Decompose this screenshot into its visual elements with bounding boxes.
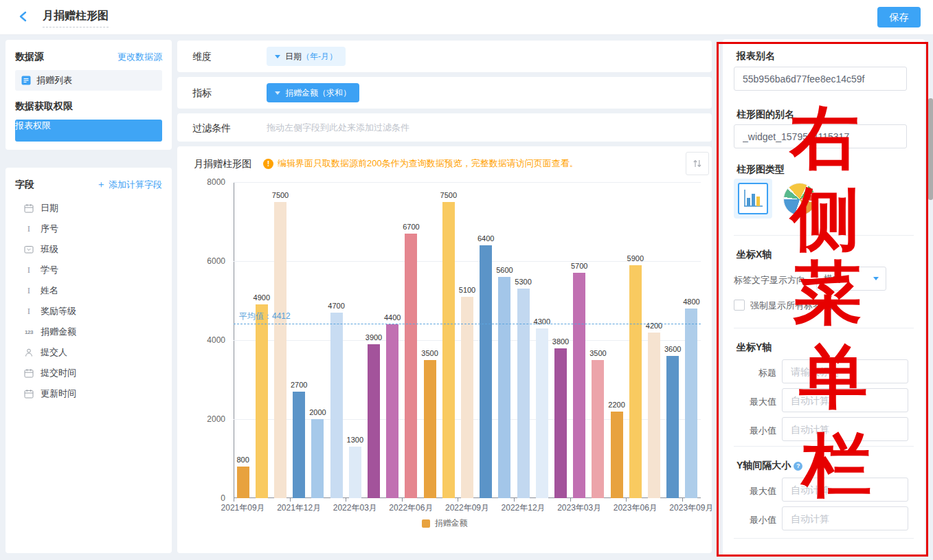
x-tick-mark bbox=[458, 498, 458, 502]
bar[interactable] bbox=[536, 328, 548, 498]
divider bbox=[734, 538, 914, 539]
field-label: 日期 bbox=[41, 202, 58, 214]
divider bbox=[734, 328, 914, 328]
bar[interactable] bbox=[611, 412, 623, 499]
calendar-icon bbox=[23, 368, 34, 379]
filter-dropzone[interactable]: 拖动左侧字段到此处来添加过滤条件 bbox=[267, 113, 409, 142]
bar[interactable] bbox=[237, 467, 249, 498]
help-icon[interactable]: ? bbox=[824, 302, 833, 311]
dimension-pill[interactable]: 日期 （年-月） bbox=[267, 47, 346, 66]
field-item[interactable]: I奖励等级 bbox=[15, 301, 162, 322]
y-title-input[interactable] bbox=[782, 359, 908, 383]
field-item[interactable]: 提交人 bbox=[15, 342, 162, 363]
force-show-labels-checkbox[interactable] bbox=[734, 300, 745, 311]
field-label: 序号 bbox=[41, 223, 58, 235]
bar[interactable] bbox=[311, 419, 324, 498]
help-icon[interactable]: ? bbox=[794, 462, 802, 471]
field-item[interactable]: I学号 bbox=[15, 260, 162, 280]
page-title[interactable]: 月捐赠柱形图 bbox=[43, 9, 109, 27]
bar[interactable] bbox=[629, 265, 642, 498]
top-bar: 月捐赠柱形图 保存 bbox=[0, 0, 933, 35]
add-calc-field-link[interactable]: ＋ 添加计算字段 bbox=[96, 179, 162, 191]
field-item[interactable]: 班级 bbox=[15, 239, 162, 260]
text-icon: I bbox=[23, 223, 34, 234]
bar[interactable] bbox=[480, 245, 492, 498]
report-permission-button[interactable]: 报表权限 bbox=[15, 120, 162, 142]
sort-button[interactable] bbox=[686, 152, 709, 175]
bar[interactable] bbox=[274, 202, 286, 498]
bar[interactable] bbox=[405, 234, 417, 498]
field-item[interactable]: 123捐赠金额 bbox=[15, 322, 162, 342]
pie-chart-icon[interactable] bbox=[783, 183, 816, 216]
bar[interactable] bbox=[461, 297, 473, 498]
bar-value-label: 6700 bbox=[403, 223, 419, 231]
x-tick-label: 2022年09月 bbox=[445, 502, 489, 514]
x-tick-label: 2022年03月 bbox=[333, 502, 377, 514]
bar[interactable] bbox=[554, 348, 567, 499]
field-item[interactable]: 提交时间 bbox=[15, 363, 162, 383]
datasource-card: 数据源 更改数据源 捐赠列表 数据获取权限 报表权限 bbox=[5, 40, 172, 150]
y-tick-label: 0 bbox=[177, 493, 225, 503]
y-tick-label: 8000 bbox=[177, 177, 225, 187]
bar[interactable] bbox=[330, 313, 343, 498]
bar[interactable] bbox=[648, 333, 660, 499]
chevron-down-icon bbox=[873, 277, 879, 280]
x-axis-section-title: 坐标X轴 bbox=[737, 249, 772, 261]
field-label: 学号 bbox=[41, 264, 58, 276]
y-interval-section-title: Y轴间隔大小 ? bbox=[737, 460, 802, 472]
bar[interactable] bbox=[498, 277, 510, 498]
bar[interactable] bbox=[256, 304, 268, 498]
field-item[interactable]: 更新时间 bbox=[15, 383, 162, 404]
divider bbox=[734, 235, 914, 236]
field-item[interactable]: I姓名 bbox=[15, 280, 162, 301]
metric-field: 捐赠金额（求和） bbox=[285, 87, 351, 99]
x-tick-mark bbox=[290, 498, 291, 502]
widget-alias-input[interactable] bbox=[734, 124, 907, 148]
change-datasource-link[interactable]: 更改数据源 bbox=[117, 51, 162, 63]
bar-value-label: 3800 bbox=[552, 337, 569, 346]
interval-min-input[interactable] bbox=[782, 506, 908, 530]
chart-type-bar-option[interactable] bbox=[734, 179, 772, 219]
y-tick-label: 6000 bbox=[177, 256, 225, 266]
bar[interactable] bbox=[517, 289, 530, 498]
bar[interactable] bbox=[573, 273, 585, 498]
field-item[interactable]: I序号 bbox=[15, 219, 162, 239]
back-icon[interactable] bbox=[18, 10, 32, 24]
label-direction-select[interactable]: 横向 bbox=[816, 267, 886, 291]
calendar-icon bbox=[23, 203, 34, 214]
x-tick-label: 2021年12月 bbox=[277, 502, 321, 514]
bar[interactable] bbox=[386, 324, 398, 498]
report-alias-input[interactable] bbox=[734, 67, 907, 91]
label-direction-value: 横向 bbox=[824, 273, 842, 285]
datasource-item[interactable]: 捐赠列表 bbox=[15, 70, 162, 91]
x-tick-label: 2023年03月 bbox=[557, 502, 601, 514]
bar-value-label: 5100 bbox=[459, 286, 475, 294]
sort-icon bbox=[692, 158, 703, 169]
metric-pill[interactable]: 捐赠金额（求和） bbox=[267, 83, 359, 102]
y-min-input[interactable] bbox=[782, 417, 908, 441]
chart-legend[interactable]: 捐赠金额 bbox=[177, 517, 712, 529]
document-icon bbox=[21, 76, 31, 85]
dimension-format: （年-月） bbox=[302, 51, 337, 63]
metric-row: 指标 捐赠金额（求和） bbox=[177, 77, 712, 109]
y-max-input[interactable] bbox=[782, 388, 908, 412]
bar[interactable] bbox=[592, 360, 604, 498]
bar[interactable] bbox=[368, 344, 380, 498]
x-tick-label: 2023年09月 bbox=[669, 502, 713, 514]
bar-value-label: 7500 bbox=[272, 191, 289, 199]
bar[interactable] bbox=[424, 360, 436, 498]
plus-icon: ＋ bbox=[96, 179, 109, 190]
bar[interactable] bbox=[442, 202, 455, 498]
metric-label: 指标 bbox=[192, 87, 212, 100]
interval-max-input[interactable] bbox=[782, 478, 908, 502]
save-button[interactable]: 保存 bbox=[877, 7, 921, 27]
scrollbar-thumb[interactable] bbox=[928, 98, 933, 200]
text-icon: I bbox=[23, 265, 34, 276]
field-item[interactable]: 日期 bbox=[15, 198, 162, 219]
bar[interactable] bbox=[349, 447, 361, 498]
x-tick-mark bbox=[514, 498, 515, 502]
bar[interactable] bbox=[685, 309, 697, 498]
bar[interactable] bbox=[293, 392, 305, 498]
y-max-label: 最大值 bbox=[737, 396, 776, 408]
bar[interactable] bbox=[666, 356, 679, 498]
